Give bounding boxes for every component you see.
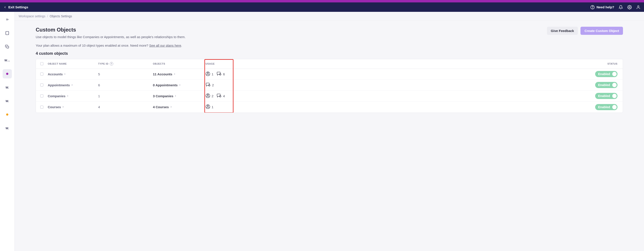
- chevron-right-icon: [173, 72, 176, 76]
- exit-settings-button[interactable]: Exit Settings: [4, 5, 28, 9]
- rail-workspace-1[interactable]: W…: [3, 56, 12, 65]
- status-toggle[interactable]: Enabled: [595, 71, 618, 77]
- usage-messages: 2: [206, 82, 214, 88]
- objects-count-link[interactable]: 0 Appointments: [153, 83, 206, 87]
- orange-dot-icon: [6, 114, 8, 116]
- select-all-checkbox[interactable]: [40, 62, 43, 65]
- chevron-right-icon: [174, 94, 177, 98]
- row-checkbox[interactable]: [40, 106, 43, 109]
- toggle-knob: [612, 83, 616, 87]
- rail-workspace-dot-orange[interactable]: [3, 110, 12, 119]
- usage-people-count: 1: [212, 72, 213, 76]
- svg-point-1: [592, 8, 593, 8]
- object-name-text: Courses: [48, 105, 61, 109]
- plan-note: Your plan allows a maximum of 10 object …: [36, 44, 623, 47]
- help-circle-icon[interactable]: ?: [110, 62, 113, 66]
- col-object-name: OBJECT NAME: [48, 62, 98, 65]
- plan-note-prefix: Your plan allows a maximum of 10 object …: [36, 44, 149, 47]
- objects-count-text: 4 Courses: [153, 105, 169, 109]
- status-toggle[interactable]: Enabled: [595, 93, 618, 99]
- row-checkbox[interactable]: [40, 84, 43, 86]
- toggle-knob: [612, 105, 616, 109]
- breadcrumb-current: Objects Settings: [50, 14, 72, 18]
- breadcrumb: Workspace settings / Objects Settings: [15, 12, 644, 20]
- row-checkbox[interactable]: [40, 94, 43, 98]
- object-name-link[interactable]: Appointments: [48, 83, 98, 87]
- status-toggle-label: Enabled: [598, 94, 610, 98]
- rail-workspace-active[interactable]: [3, 69, 12, 78]
- user-icon[interactable]: [636, 5, 640, 10]
- rail-workspace-3[interactable]: W.: [3, 96, 12, 106]
- svg-point-16: [207, 94, 208, 96]
- object-name-link[interactable]: Companies: [48, 94, 98, 98]
- svg-point-19: [207, 105, 208, 107]
- breadcrumb-root[interactable]: Workspace settings: [18, 14, 45, 18]
- objects-table: OBJECT NAME TYPE ID ? OBJECTS USAGE STAT…: [36, 59, 623, 113]
- objects-count-text: 0 Appointments: [153, 83, 178, 87]
- usage-messages: 4: [216, 93, 225, 99]
- usage-cell: 1: [206, 104, 276, 110]
- usage-people: 1: [206, 72, 213, 77]
- status-toggle[interactable]: Enabled: [595, 82, 618, 88]
- svg-point-3: [638, 6, 639, 7]
- usage-messages-count: 4: [223, 94, 225, 98]
- need-help-button[interactable]: Need help?: [590, 5, 614, 10]
- type-id-value: 4: [98, 105, 153, 109]
- row-checkbox[interactable]: [40, 72, 43, 76]
- table-row: Accounts511 Accounts16Enabled: [36, 69, 623, 80]
- usage-people: 1: [206, 104, 213, 110]
- usage-cell: 16: [206, 72, 276, 77]
- person-circle-icon: [206, 72, 210, 77]
- type-id-value: 1: [98, 94, 153, 98]
- type-id-value: 5: [98, 72, 153, 76]
- svg-rect-11: [7, 46, 9, 48]
- usage-people-count: 1: [212, 105, 213, 109]
- col-type-id: TYPE ID ?: [98, 62, 153, 66]
- object-name-text: Accounts: [48, 72, 63, 76]
- objects-count-link[interactable]: 3 Companies: [153, 94, 206, 98]
- col-usage: USAGE: [206, 62, 276, 65]
- see-plans-link[interactable]: See all our plans here: [149, 44, 181, 47]
- table-row: Appointments60 Appointments2Enabled: [36, 80, 623, 91]
- table-row: Courses44 Courses1Enabled: [36, 102, 623, 112]
- status-toggle[interactable]: Enabled: [595, 104, 618, 110]
- objects-count-heading: 4 custom objects: [36, 51, 623, 56]
- svg-rect-4: [6, 32, 8, 35]
- chevron-right-icon: [66, 94, 69, 98]
- col-type-id-label: TYPE ID: [98, 62, 108, 65]
- page-title: Custom Objects: [36, 27, 186, 33]
- bell-icon[interactable]: [618, 5, 623, 10]
- objects-count-link[interactable]: 4 Courses: [153, 105, 206, 109]
- object-name-link[interactable]: Courses: [48, 105, 98, 109]
- objects-count-link[interactable]: 11 Accounts: [153, 72, 206, 76]
- chevron-right-icon: [178, 83, 181, 87]
- usage-cell: 2: [206, 82, 276, 88]
- create-custom-object-button[interactable]: Create Custom Object: [580, 27, 623, 35]
- rail-expand-button[interactable]: [3, 15, 12, 24]
- status-toggle-label: Enabled: [598, 105, 610, 109]
- rail-workspace-4[interactable]: W.: [3, 124, 12, 133]
- object-name-text: Appointments: [48, 83, 70, 87]
- rail-copy-icon[interactable]: [3, 42, 12, 51]
- page-description: Use objects to model things like Compani…: [36, 34, 186, 40]
- chevron-right-icon: [62, 105, 64, 109]
- need-help-label: Need help?: [596, 5, 614, 9]
- give-feedback-button[interactable]: Give Feedback: [547, 27, 578, 35]
- table-header-row: OBJECT NAME TYPE ID ? OBJECTS USAGE STAT…: [36, 59, 623, 69]
- gear-icon[interactable]: [627, 5, 632, 10]
- left-rail: W… W. W. W.: [0, 12, 15, 251]
- chevron-right-icon: [170, 105, 172, 109]
- plan-note-suffix: .: [181, 44, 182, 47]
- rail-building-icon[interactable]: [3, 28, 12, 38]
- brand-strip: [0, 0, 644, 2]
- col-status: STATUS: [276, 62, 623, 65]
- col-objects: OBJECTS: [153, 62, 206, 65]
- object-name-link[interactable]: Accounts: [48, 72, 98, 76]
- breadcrumb-separator: /: [47, 14, 48, 18]
- top-bar-actions: Need help?: [590, 5, 640, 10]
- exit-settings-label: Exit Settings: [8, 5, 28, 9]
- rail-workspace-2[interactable]: W.: [3, 83, 12, 92]
- chevron-left-icon: [4, 6, 6, 9]
- objects-count-text: 3 Companies: [153, 94, 173, 98]
- usage-messages: 6: [216, 72, 225, 77]
